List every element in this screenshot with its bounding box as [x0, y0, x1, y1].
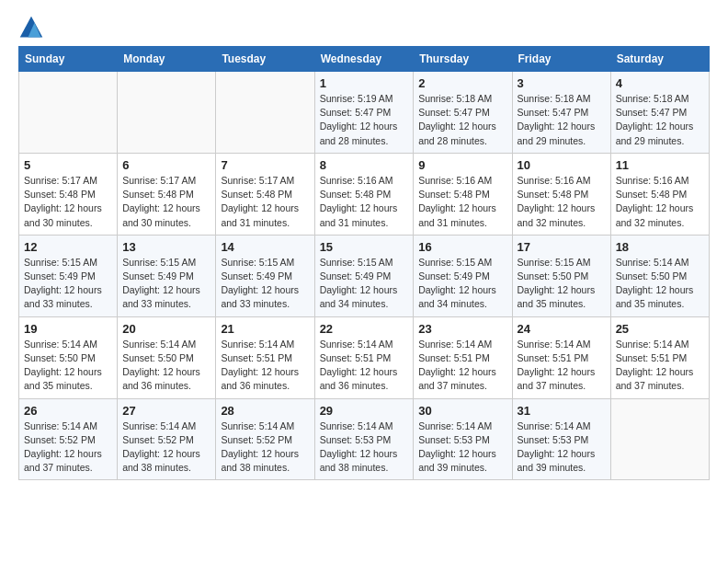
calendar-cell: 30Sunrise: 5:14 AM Sunset: 5:53 PM Dayli… [414, 398, 512, 480]
logo-icon [18, 15, 44, 40]
calendar-cell: 5Sunrise: 5:17 AM Sunset: 5:48 PM Daylig… [19, 153, 118, 235]
day-number: 25 [616, 322, 704, 336]
day-info: Sunrise: 5:14 AM Sunset: 5:51 PM Dayligh… [320, 338, 409, 394]
day-number: 26 [24, 404, 112, 418]
weekday-header-wednesday: Wednesday [314, 47, 414, 72]
day-number: 23 [418, 322, 506, 336]
calendar-cell: 7Sunrise: 5:17 AM Sunset: 5:48 PM Daylig… [216, 153, 314, 235]
day-info: Sunrise: 5:14 AM Sunset: 5:51 PM Dayligh… [518, 338, 606, 394]
day-info: Sunrise: 5:18 AM Sunset: 5:47 PM Dayligh… [418, 92, 506, 148]
day-info: Sunrise: 5:16 AM Sunset: 5:48 PM Dayligh… [320, 174, 409, 230]
day-info: Sunrise: 5:14 AM Sunset: 5:50 PM Dayligh… [616, 256, 704, 312]
day-info: Sunrise: 5:14 AM Sunset: 5:53 PM Dayligh… [418, 419, 506, 476]
calendar-header: SundayMondayTuesdayWednesdayThursdayFrid… [19, 47, 710, 72]
calendar-cell: 6Sunrise: 5:17 AM Sunset: 5:48 PM Daylig… [118, 153, 216, 235]
day-info: Sunrise: 5:14 AM Sunset: 5:50 PM Dayligh… [24, 338, 112, 394]
day-number: 17 [518, 240, 606, 254]
calendar-week-row: 1Sunrise: 5:19 AM Sunset: 5:47 PM Daylig… [19, 72, 710, 154]
calendar-cell: 24Sunrise: 5:14 AM Sunset: 5:51 PM Dayli… [512, 316, 610, 398]
calendar-cell: 21Sunrise: 5:14 AM Sunset: 5:51 PM Dayli… [216, 316, 314, 398]
day-info: Sunrise: 5:15 AM Sunset: 5:49 PM Dayligh… [221, 256, 309, 312]
day-number: 1 [320, 76, 409, 90]
day-number: 22 [320, 322, 409, 336]
day-info: Sunrise: 5:16 AM Sunset: 5:48 PM Dayligh… [616, 174, 704, 230]
day-number: 2 [418, 76, 506, 90]
day-info: Sunrise: 5:17 AM Sunset: 5:48 PM Dayligh… [122, 174, 210, 230]
calendar-cell: 4Sunrise: 5:18 AM Sunset: 5:47 PM Daylig… [610, 72, 709, 154]
calendar-cell [118, 72, 216, 154]
calendar-cell: 27Sunrise: 5:14 AM Sunset: 5:52 PM Dayli… [118, 398, 216, 480]
weekday-header-tuesday: Tuesday [216, 47, 314, 72]
day-number: 20 [122, 322, 210, 336]
calendar-cell: 18Sunrise: 5:14 AM Sunset: 5:50 PM Dayli… [610, 235, 709, 316]
header [18, 15, 710, 40]
day-info: Sunrise: 5:18 AM Sunset: 5:47 PM Dayligh… [616, 92, 704, 148]
day-number: 18 [616, 240, 704, 254]
calendar-cell: 1Sunrise: 5:19 AM Sunset: 5:47 PM Daylig… [314, 72, 414, 154]
calendar-table: SundayMondayTuesdayWednesdayThursdayFrid… [18, 46, 710, 480]
calendar-cell: 29Sunrise: 5:14 AM Sunset: 5:53 PM Dayli… [314, 398, 414, 480]
day-info: Sunrise: 5:19 AM Sunset: 5:47 PM Dayligh… [320, 92, 409, 148]
calendar-cell [216, 72, 314, 154]
page-container: SundayMondayTuesdayWednesdayThursdayFrid… [0, 0, 728, 489]
day-number: 7 [221, 158, 309, 172]
calendar-cell: 31Sunrise: 5:14 AM Sunset: 5:53 PM Dayli… [512, 398, 610, 480]
day-info: Sunrise: 5:17 AM Sunset: 5:48 PM Dayligh… [221, 174, 309, 230]
day-number: 4 [616, 76, 704, 90]
calendar-cell: 28Sunrise: 5:14 AM Sunset: 5:52 PM Dayli… [216, 398, 314, 480]
day-info: Sunrise: 5:15 AM Sunset: 5:49 PM Dayligh… [122, 256, 210, 312]
day-info: Sunrise: 5:14 AM Sunset: 5:52 PM Dayligh… [122, 419, 210, 476]
calendar-cell: 17Sunrise: 5:15 AM Sunset: 5:50 PM Dayli… [512, 235, 610, 316]
calendar-cell [610, 398, 709, 480]
weekday-header-thursday: Thursday [414, 47, 512, 72]
day-number: 21 [221, 322, 309, 336]
day-number: 9 [418, 158, 506, 172]
calendar-cell: 14Sunrise: 5:15 AM Sunset: 5:49 PM Dayli… [216, 235, 314, 316]
calendar-cell: 15Sunrise: 5:15 AM Sunset: 5:49 PM Dayli… [314, 235, 414, 316]
calendar-cell: 11Sunrise: 5:16 AM Sunset: 5:48 PM Dayli… [610, 153, 709, 235]
day-number: 11 [616, 158, 704, 172]
calendar-cell: 8Sunrise: 5:16 AM Sunset: 5:48 PM Daylig… [314, 153, 414, 235]
day-info: Sunrise: 5:16 AM Sunset: 5:48 PM Dayligh… [518, 174, 606, 230]
calendar-week-row: 12Sunrise: 5:15 AM Sunset: 5:49 PM Dayli… [19, 235, 710, 316]
day-number: 16 [418, 240, 506, 254]
day-number: 15 [320, 240, 409, 254]
day-info: Sunrise: 5:15 AM Sunset: 5:49 PM Dayligh… [24, 256, 112, 312]
calendar-cell: 3Sunrise: 5:18 AM Sunset: 5:47 PM Daylig… [512, 72, 610, 154]
weekday-header-monday: Monday [118, 47, 216, 72]
day-info: Sunrise: 5:14 AM Sunset: 5:52 PM Dayligh… [221, 419, 309, 476]
calendar-cell: 25Sunrise: 5:14 AM Sunset: 5:51 PM Dayli… [610, 316, 709, 398]
day-info: Sunrise: 5:18 AM Sunset: 5:47 PM Dayligh… [518, 92, 606, 148]
day-number: 28 [221, 404, 309, 418]
day-number: 3 [518, 76, 606, 90]
calendar-body: 1Sunrise: 5:19 AM Sunset: 5:47 PM Daylig… [19, 72, 710, 480]
calendar-cell: 26Sunrise: 5:14 AM Sunset: 5:52 PM Dayli… [19, 398, 118, 480]
calendar-week-row: 5Sunrise: 5:17 AM Sunset: 5:48 PM Daylig… [19, 153, 710, 235]
day-info: Sunrise: 5:17 AM Sunset: 5:48 PM Dayligh… [24, 174, 112, 230]
weekday-header-row: SundayMondayTuesdayWednesdayThursdayFrid… [19, 47, 710, 72]
day-number: 24 [518, 322, 606, 336]
calendar-cell: 19Sunrise: 5:14 AM Sunset: 5:50 PM Dayli… [19, 316, 118, 398]
day-number: 6 [122, 158, 210, 172]
day-info: Sunrise: 5:14 AM Sunset: 5:52 PM Dayligh… [24, 419, 112, 476]
logo [18, 15, 48, 40]
day-info: Sunrise: 5:15 AM Sunset: 5:49 PM Dayligh… [320, 256, 409, 312]
day-number: 14 [221, 240, 309, 254]
calendar-cell: 10Sunrise: 5:16 AM Sunset: 5:48 PM Dayli… [512, 153, 610, 235]
day-info: Sunrise: 5:15 AM Sunset: 5:50 PM Dayligh… [518, 256, 606, 312]
calendar-cell: 9Sunrise: 5:16 AM Sunset: 5:48 PM Daylig… [414, 153, 512, 235]
day-number: 19 [24, 322, 112, 336]
calendar-cell: 16Sunrise: 5:15 AM Sunset: 5:49 PM Dayli… [414, 235, 512, 316]
day-number: 8 [320, 158, 409, 172]
calendar-cell: 20Sunrise: 5:14 AM Sunset: 5:50 PM Dayli… [118, 316, 216, 398]
calendar-cell: 2Sunrise: 5:18 AM Sunset: 5:47 PM Daylig… [414, 72, 512, 154]
day-info: Sunrise: 5:16 AM Sunset: 5:48 PM Dayligh… [418, 174, 506, 230]
day-info: Sunrise: 5:14 AM Sunset: 5:53 PM Dayligh… [518, 419, 606, 476]
day-number: 30 [418, 404, 506, 418]
day-info: Sunrise: 5:14 AM Sunset: 5:51 PM Dayligh… [616, 338, 704, 394]
day-info: Sunrise: 5:14 AM Sunset: 5:50 PM Dayligh… [122, 338, 210, 394]
calendar-cell: 13Sunrise: 5:15 AM Sunset: 5:49 PM Dayli… [118, 235, 216, 316]
day-info: Sunrise: 5:14 AM Sunset: 5:51 PM Dayligh… [418, 338, 506, 394]
weekday-header-sunday: Sunday [19, 47, 118, 72]
day-info: Sunrise: 5:15 AM Sunset: 5:49 PM Dayligh… [418, 256, 506, 312]
